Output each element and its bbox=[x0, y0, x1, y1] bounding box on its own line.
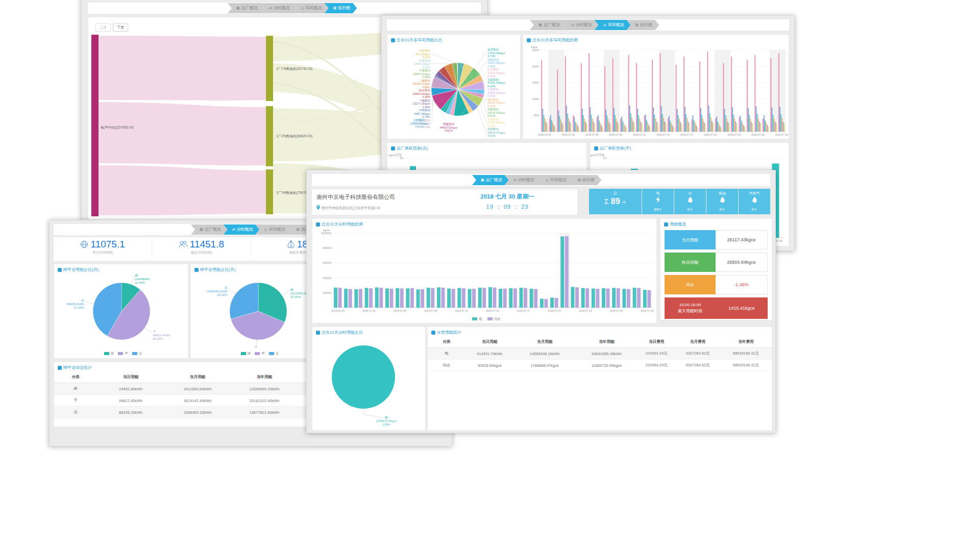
svg-text:峰24248kWh11.42%: 峰24248kWh11.42% bbox=[135, 274, 150, 284]
tab-2[interactable]: ◎车间概况 bbox=[256, 224, 292, 235]
w3-pie-title-row: 过去31天分时用能占比 bbox=[316, 330, 363, 335]
svg-text:2018-07-05: 2018-07-05 bbox=[585, 133, 599, 136]
tab-0[interactable]: ▦总厂概况 bbox=[530, 20, 567, 30]
col-header: 分类 bbox=[54, 371, 97, 383]
tab-label: 拓扑图 bbox=[640, 22, 652, 27]
workshop-trend-chart: kgce25002000150010005002018-06-292018-07… bbox=[523, 44, 789, 139]
svg-text:干膜车间13597.01kgce2.98%: 干膜车间13597.01kgce2.98% bbox=[412, 69, 430, 79]
panel-title: 用能概况 bbox=[670, 221, 686, 227]
svg-text:1厂1号配电柜(92740.00): 1厂1号配电柜(92740.00) bbox=[276, 67, 312, 71]
tab-0[interactable]: ▦总厂概况 bbox=[191, 224, 228, 235]
tab-1[interactable]: ⇄分时概况 bbox=[260, 3, 297, 13]
line-chart-icon bbox=[316, 222, 320, 227]
drop-icon bbox=[752, 196, 757, 203]
legend-swatch bbox=[269, 352, 274, 355]
next-page-button[interactable]: 下页 bbox=[113, 23, 128, 32]
hourly-trend-chart: kgce100000800006000040000200002018-06-29… bbox=[312, 227, 656, 315]
tab-2[interactable]: ◎车间概况 bbox=[595, 20, 631, 30]
svg-text:烘房车间1480.22kgce0.32%: 烘房车间1480.22kgce0.32% bbox=[414, 59, 431, 69]
w2-tab-bar: ▦总厂概况⇄分时概况◎车间概况▤拓扑图 bbox=[387, 19, 789, 31]
tab-2[interactable]: ◎车间概况 bbox=[537, 175, 573, 185]
energy-row-yesterday: 昨日同期26504.84kgce bbox=[665, 253, 768, 272]
tab-icon: ▤ bbox=[297, 228, 300, 231]
energy-row-value: 26117.43kgce bbox=[716, 230, 768, 249]
tile-electric-meters: 电 89个 bbox=[642, 189, 674, 214]
tab-label: 分时概况 bbox=[576, 22, 592, 27]
tab-3[interactable]: ▤拓扑图 bbox=[325, 3, 357, 13]
plug-icon bbox=[664, 222, 668, 227]
energy-row-label: 昨日同期 bbox=[665, 253, 716, 272]
col-header: 当日费用 bbox=[638, 336, 675, 348]
tile-label: 总 bbox=[589, 189, 642, 196]
tile-unit: 个 bbox=[622, 201, 626, 205]
w2-workshop-pie-panel: 过去31天各车间用能占比 包装车间501.22kgce0.11%烘房车间1480… bbox=[387, 34, 521, 139]
legend-swatch bbox=[255, 352, 260, 355]
pie-icon bbox=[58, 268, 62, 272]
w3-tab-bar: ▦总厂概况⇄分时概况◎车间概况▤拓扑图 bbox=[312, 174, 770, 186]
svg-text:$: $ bbox=[290, 244, 292, 247]
tab-label: 拓扑图 bbox=[582, 178, 595, 182]
svg-text:电镀车间44815.52kgce9.82%: 电镀车间44815.52kgce9.82% bbox=[440, 122, 458, 132]
tab-label: 车间概况 bbox=[306, 6, 322, 10]
svg-text:50: 50 bbox=[400, 157, 403, 160]
legend-label: 峰 bbox=[248, 352, 251, 355]
panel-title: 总厂单耗指标(元) bbox=[397, 145, 428, 151]
panel-title: 峰平谷用能占比(月) bbox=[200, 267, 235, 272]
col-header: 当月用能 bbox=[513, 336, 575, 348]
stat-label: 视在功率(kVA) bbox=[152, 251, 250, 255]
line-chart-icon bbox=[527, 38, 531, 42]
legend-label: 电 bbox=[479, 317, 482, 320]
tab-2[interactable]: ◎车间概况 bbox=[292, 3, 329, 13]
current-date: 2018 七月 30 星期一 bbox=[464, 193, 551, 201]
w4-day-pie-title-row: 峰平谷用能占比(日) bbox=[58, 267, 99, 272]
svg-text:2018-07-08: 2018-07-08 bbox=[609, 133, 622, 136]
svg-text:2018-07-14: 2018-07-14 bbox=[486, 309, 499, 312]
svg-text:2018-07-02: 2018-07-02 bbox=[561, 133, 575, 136]
tab-3[interactable]: ▤拓扑图 bbox=[569, 175, 602, 185]
prev-page-button[interactable]: 上页 bbox=[95, 23, 111, 32]
tab-label: 拓扑图 bbox=[338, 6, 350, 10]
table-icon bbox=[58, 366, 62, 370]
tile-unit: 个 bbox=[754, 208, 757, 211]
svg-text:2018-07-17: 2018-07-17 bbox=[517, 309, 530, 312]
w3-table-title-row: 分类用能统计 bbox=[431, 330, 461, 335]
energy-row-label: 当日用能 bbox=[665, 230, 716, 249]
w1-tabs: ▦总厂概况⇄分时概况◎车间概况▤拓扑图 bbox=[232, 3, 357, 13]
tab-0[interactable]: ▦总厂概况 bbox=[472, 175, 509, 185]
energy-row-today: 当日用能26117.43kgce bbox=[665, 230, 768, 249]
legend-label: 平 bbox=[125, 352, 128, 355]
tab-3[interactable]: ▤拓扑图 bbox=[627, 20, 659, 30]
tab-1[interactable]: ⇄分时概况 bbox=[505, 175, 541, 185]
tile-value: 89 bbox=[611, 197, 620, 206]
svg-text:2018-06-29: 2018-06-29 bbox=[538, 133, 551, 136]
svg-text:80000: 80000 bbox=[323, 246, 331, 249]
bar-chart-icon bbox=[594, 146, 598, 151]
svg-text:平99622.4kWh46.92%: 平99622.4kWh46.92% bbox=[153, 330, 170, 340]
svg-text:包装车间501.22kgce0.11%: 包装车间501.22kgce0.11% bbox=[416, 49, 431, 59]
tile-diesel-meters: 柴油 0个 bbox=[706, 189, 738, 214]
tab-icon: ▤ bbox=[578, 178, 581, 182]
tab-icon: ⇄ bbox=[269, 6, 272, 10]
svg-text:2018-07-05: 2018-07-05 bbox=[393, 309, 406, 312]
panel-title: 过去31天分时用能趋势 bbox=[322, 221, 363, 227]
bar-chart-icon bbox=[391, 146, 395, 151]
w3-tabs: ▦总厂概况⇄分时概况◎车间概况▤拓扑图 bbox=[476, 175, 601, 185]
tab-label: 总厂概况 bbox=[486, 178, 502, 182]
w3-info-panel: 惠州中京电子科技股份有限公司 惠州市仲恺高新区陈江街道中京路1号 2018 七月… bbox=[312, 189, 577, 215]
tab-1[interactable]: ⇄分时概况 bbox=[562, 20, 599, 30]
tab-1[interactable]: ⇄分时概况 bbox=[224, 224, 260, 235]
drop-icon bbox=[720, 196, 725, 203]
tab-label: 车间概况 bbox=[608, 22, 624, 27]
svg-text:线路车间26535.00kgce5.82%: 线路车间26535.00kgce5.82% bbox=[487, 108, 505, 117]
w3-trend-title-row: 过去31天分时用能趋势 bbox=[316, 221, 363, 227]
tab-icon: ▤ bbox=[635, 23, 639, 27]
svg-text:2018-07-02: 2018-07-02 bbox=[362, 309, 376, 312]
drop-icon bbox=[688, 196, 693, 203]
panel-title: 峰平谷综合统计 bbox=[63, 365, 92, 370]
tab-0[interactable]: ▦总厂概况 bbox=[228, 3, 264, 13]
tab-label: 总厂概况 bbox=[241, 6, 258, 10]
company-address: 惠州市仲恺高新区陈江街道中京路1号 bbox=[321, 206, 380, 210]
w4-day-pie-panel: 峰平谷用能占比(日) 峰24248kWh11.42%平99622.4kWh46.… bbox=[54, 264, 188, 359]
legend-label: 谷 bbox=[139, 352, 142, 355]
tab-icon: ◎ bbox=[264, 228, 267, 231]
